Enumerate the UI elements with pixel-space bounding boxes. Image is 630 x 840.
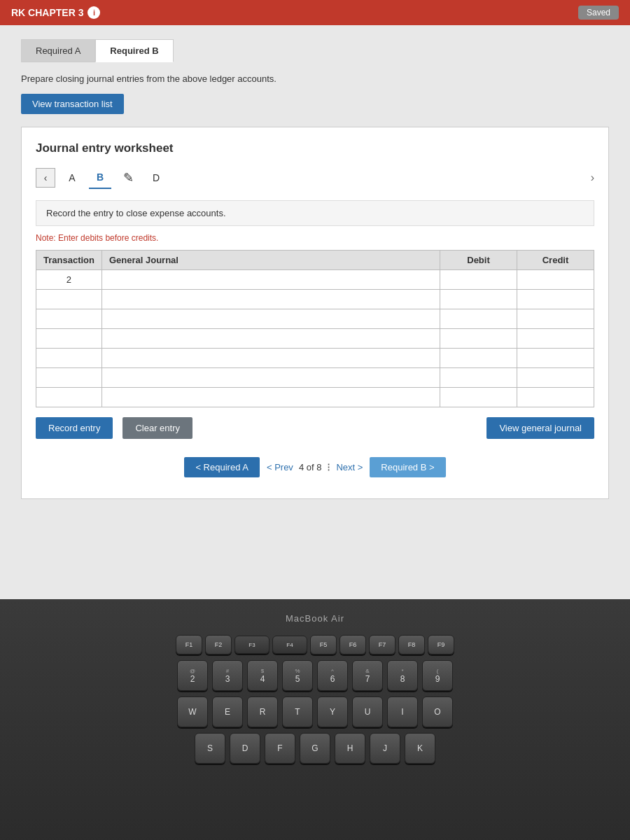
key-6[interactable]: ^6	[317, 660, 348, 691]
tab-required-b[interactable]: Required B	[95, 39, 173, 62]
debit-input-4[interactable]	[440, 329, 517, 349]
credit-input-2[interactable]	[517, 290, 594, 309]
qwerty-key-row: W E R T Y U I O	[177, 696, 453, 727]
general-journal-input-6[interactable]	[102, 368, 440, 388]
key-f8[interactable]: F8	[398, 635, 425, 654]
credit-field-3[interactable]	[522, 314, 589, 325]
credit-input-5[interactable]	[517, 349, 594, 368]
key-8[interactable]: *8	[387, 660, 418, 691]
key-o[interactable]: O	[422, 696, 453, 727]
key-h[interactable]: H	[335, 733, 365, 764]
key-t[interactable]: T	[282, 696, 313, 727]
record-entry-button[interactable]: Record entry	[36, 417, 113, 439]
credit-input-4[interactable]	[517, 329, 594, 349]
general-journal-input-2[interactable]	[102, 290, 440, 309]
debit-field-1[interactable]	[444, 275, 512, 286]
prev-button[interactable]: < Prev	[267, 462, 293, 472]
key-j[interactable]: J	[370, 733, 400, 764]
transaction-col-7	[36, 388, 102, 407]
info-icon[interactable]: i	[88, 6, 100, 19]
key-f1[interactable]: F1	[176, 635, 202, 654]
view-transaction-button[interactable]: View transaction list	[21, 94, 124, 114]
gj-input-field-6[interactable]	[106, 373, 435, 384]
key-e[interactable]: E	[212, 696, 243, 727]
nav-letter-b[interactable]: B	[89, 167, 111, 189]
transaction-number: 2	[36, 270, 102, 290]
key-5[interactable]: %5	[282, 660, 313, 691]
key-u[interactable]: U	[352, 696, 383, 727]
debit-input-3[interactable]	[440, 309, 517, 329]
debit-input-2[interactable]	[440, 290, 517, 309]
key-f[interactable]: F	[265, 733, 295, 764]
gj-input-field-5[interactable]	[106, 354, 435, 364]
key-7[interactable]: &7	[352, 660, 383, 691]
key-i[interactable]: I	[387, 696, 418, 727]
nav-letter-c[interactable]: ✎	[117, 167, 139, 189]
view-general-journal-button[interactable]: View general journal	[486, 417, 594, 439]
key-g[interactable]: G	[300, 733, 330, 764]
credit-input-6[interactable]	[517, 368, 594, 388]
debit-field-5[interactable]	[444, 354, 512, 364]
keyboard-area: MacBook Air F1 F2 F3 F4 F5 F6 F7 F8 F9 @…	[0, 599, 630, 840]
debit-input-6[interactable]	[440, 368, 517, 388]
debit-field-7[interactable]	[444, 393, 512, 403]
saved-badge: Saved	[578, 6, 619, 20]
tab-required-a[interactable]: Required A	[21, 39, 95, 62]
key-f3[interactable]: F3	[234, 636, 270, 654]
credit-input-7[interactable]	[517, 388, 594, 407]
key-f6[interactable]: F6	[340, 635, 366, 654]
key-2[interactable]: @2	[177, 660, 208, 691]
key-k[interactable]: K	[405, 733, 435, 764]
key-f4[interactable]: F4	[272, 636, 307, 654]
nav-left-arrow[interactable]: ‹	[36, 168, 55, 188]
asdf-key-row: S D F G H J K	[195, 733, 435, 764]
key-d[interactable]: D	[230, 733, 260, 764]
key-y[interactable]: Y	[317, 696, 348, 727]
key-3[interactable]: #3	[212, 660, 243, 691]
credit-field-4[interactable]	[522, 334, 589, 344]
credit-input-3[interactable]	[517, 309, 594, 329]
key-f5[interactable]: F5	[310, 635, 337, 654]
credit-field-2[interactable]	[522, 295, 589, 305]
key-r[interactable]: R	[247, 696, 278, 727]
debit-input-7[interactable]	[440, 388, 517, 407]
general-journal-input-5[interactable]	[102, 349, 440, 368]
key-9[interactable]: (9	[422, 660, 453, 691]
key-f7[interactable]: F7	[369, 635, 396, 654]
page-nav: < Prev 4 of 8 ⁝ Next >	[267, 461, 363, 474]
gj-input-field-7[interactable]	[106, 393, 435, 403]
general-journal-input-3[interactable]	[102, 309, 440, 329]
required-b-button[interactable]: Required B >	[370, 457, 445, 477]
key-w[interactable]: W	[177, 696, 208, 727]
credit-field-1[interactable]	[522, 275, 589, 286]
gj-input-field-1[interactable]	[106, 275, 435, 286]
nav-letter-a[interactable]: A	[61, 167, 83, 189]
clear-entry-button[interactable]: Clear entry	[122, 417, 192, 439]
key-4[interactable]: $4	[247, 660, 278, 691]
credit-field-7[interactable]	[522, 393, 589, 403]
nav-right-arrow[interactable]: ›	[591, 172, 594, 184]
required-a-button[interactable]: < Required A	[184, 457, 260, 477]
general-journal-input-7[interactable]	[102, 388, 440, 407]
gj-input-field-3[interactable]	[106, 314, 435, 325]
next-button[interactable]: Next >	[336, 462, 363, 472]
page-title-container: RK CHAPTER 3 i	[11, 6, 100, 19]
key-s[interactable]: S	[195, 733, 225, 764]
debit-field-3[interactable]	[444, 314, 512, 325]
credit-field-6[interactable]	[522, 373, 589, 384]
gj-input-field-4[interactable]	[106, 334, 435, 344]
nav-letter-d[interactable]: D	[145, 167, 167, 189]
debit-input-1[interactable]	[440, 270, 517, 290]
key-f9[interactable]: F9	[428, 635, 454, 654]
gj-input-field-2[interactable]	[106, 295, 435, 305]
macbook-label: MacBook Air	[21, 613, 609, 624]
debit-field-4[interactable]	[444, 334, 512, 344]
general-journal-input-4[interactable]	[102, 329, 440, 349]
general-journal-input-1[interactable]	[102, 270, 440, 290]
debit-input-5[interactable]	[440, 349, 517, 368]
credit-field-5[interactable]	[522, 354, 589, 364]
credit-input-1[interactable]	[517, 270, 594, 290]
debit-field-6[interactable]	[444, 373, 512, 384]
key-f2[interactable]: F2	[205, 635, 232, 654]
debit-field-2[interactable]	[444, 295, 512, 305]
